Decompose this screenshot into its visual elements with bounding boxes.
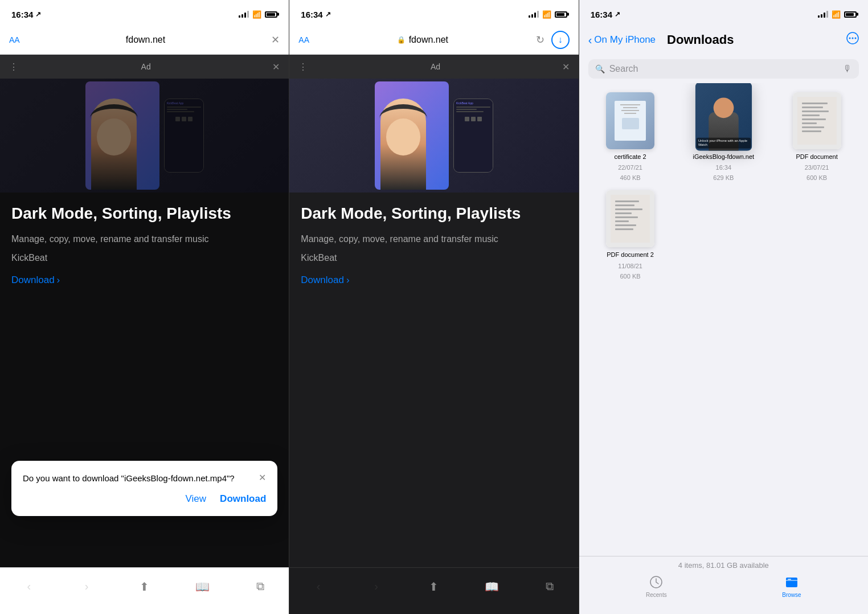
tab-recents-label: Recents: [646, 592, 667, 598]
ad-close-2[interactable]: ✕: [562, 62, 570, 72]
ad-image-2: KickBeat App: [289, 79, 578, 193]
ad-banner-1: ⋮ Ad ✕: [0, 55, 289, 79]
ad-dots-1: ⋮: [9, 62, 19, 72]
status-icons-2: 📶: [529, 10, 567, 19]
files-panel: 16:34 ↗ 📶: [579, 0, 868, 614]
search-placeholder: Search: [609, 64, 638, 74]
app-name-1: KickBeat: [11, 253, 277, 263]
files-back-button[interactable]: ‹ On My iPhone: [588, 34, 656, 47]
file-size: 600 KB: [620, 273, 640, 280]
page-title-2: Dark Mode, Sorting, Playlists: [301, 204, 567, 223]
reload-button-2[interactable]: ↻: [536, 34, 544, 46]
list-item[interactable]: Unlock your iPhone with an Apple Watch i…: [681, 84, 765, 181]
view-button[interactable]: View: [186, 493, 207, 505]
files-battery-icon: [844, 11, 857, 18]
page-subtitle-1: Manage, copy, move, rename and transfer …: [11, 232, 277, 246]
download-link-1[interactable]: Download ›: [11, 275, 277, 286]
tabs-button-1[interactable]: ⧉: [248, 574, 273, 599]
bottom-nav-2: ‹ › ⬆ 📖 ⧉: [289, 567, 578, 614]
wifi-icon-2: 📶: [542, 10, 551, 19]
tabs-button-2[interactable]: ⧉: [537, 574, 562, 599]
web-content-2: KickBeat App: [289, 79, 578, 567]
download-button[interactable]: Download: [220, 493, 266, 505]
file-date: 22/07/21: [618, 164, 642, 171]
file-name: PDF document 2: [607, 251, 654, 259]
svg-point-1: [849, 38, 850, 39]
panel-2: 16:34 ↗ 📶 AA 🔒 fdown.net: [289, 0, 579, 614]
download-dialog: Do you want to download "iGeeksBlog-fdow…: [11, 461, 277, 516]
file-size: 629 KB: [713, 174, 734, 181]
download-circle-button[interactable]: ↓: [551, 31, 570, 49]
status-time-2: 16:34 ↗: [301, 10, 330, 19]
file-date: 23/07/21: [805, 164, 829, 171]
mic-icon[interactable]: 🎙: [843, 64, 852, 74]
status-time-1: 16:34 ↗: [11, 10, 41, 19]
share-button-2[interactable]: ⬆: [421, 574, 447, 599]
file-name: iGeeksBlog-fdown.net: [693, 153, 755, 161]
list-item[interactable]: certificate 2 22/07/21 460 KB: [588, 92, 673, 181]
url-bar-2[interactable]: 🔒 fdown.net: [316, 35, 529, 45]
forward-button-2[interactable]: ›: [364, 574, 389, 599]
list-item[interactable]: PDF document 23/07/21 600 KB: [775, 92, 859, 181]
dialog-close-button[interactable]: ✕: [259, 472, 266, 483]
back-button-1[interactable]: ‹: [17, 574, 42, 599]
file-name: PDF document: [796, 153, 837, 161]
signal-icon-2: [529, 11, 539, 18]
download-link-2[interactable]: Download ›: [301, 275, 567, 286]
close-button-1[interactable]: ✕: [271, 34, 280, 46]
search-bar[interactable]: 🔍 Search 🎙: [588, 59, 859, 79]
ad-label-1: Ad: [141, 62, 151, 71]
files-nav-bar: ‹ On My iPhone Downloads: [579, 25, 868, 55]
page-content-1: Dark Mode, Sorting, Playlists Manage, co…: [0, 193, 289, 297]
file-name: certificate 2: [614, 153, 646, 161]
share-button-1[interactable]: ⬆: [132, 574, 157, 599]
files-grid: certificate 2 22/07/21 460 KB: [579, 83, 868, 556]
files-status-text: 4 items, 81.01 GB available: [588, 561, 859, 570]
list-item[interactable]: PDF document 2 11/08/21 600 KB: [588, 190, 673, 279]
files-status-bar: 16:34 ↗ 📶: [579, 0, 868, 25]
search-icon: 🔍: [595, 64, 605, 73]
file-size: 460 KB: [620, 174, 640, 181]
web-content-1: KickBeat App: [0, 79, 289, 567]
files-wifi-icon: 📶: [832, 10, 841, 19]
panel-3: 16:34 ↗ 📶: [579, 0, 868, 614]
files-status-time: 16:34 ↗: [591, 10, 620, 19]
url-text-1: fdown.net: [126, 35, 165, 45]
files-status-icons: 📶: [818, 10, 857, 19]
files-bottom: 4 items, 81.01 GB available Recents: [579, 556, 868, 614]
tab-recents[interactable]: Recents: [646, 574, 667, 598]
tab-browse[interactable]: Browse: [782, 574, 801, 598]
battery-icon-1: [265, 11, 277, 18]
bookmarks-button-1[interactable]: 📖: [190, 574, 215, 599]
url-bar-1[interactable]: fdown.net: [27, 35, 265, 45]
recents-icon: [648, 574, 664, 590]
url-text-2: fdown.net: [409, 35, 448, 45]
svg-rect-5: [786, 578, 797, 587]
ad-close-1[interactable]: ✕: [272, 62, 280, 72]
status-bar-1: 16:34 ↗ 📶: [0, 0, 289, 25]
back-button-2[interactable]: ‹: [306, 574, 331, 599]
bottom-nav-1: ‹ › ⬆ 📖 ⧉: [0, 567, 289, 614]
file-date: 16:34: [716, 164, 732, 171]
aa-label-2[interactable]: AA: [298, 35, 309, 44]
address-bar-2[interactable]: AA 🔒 fdown.net ↻ ↓: [289, 25, 578, 55]
files-signal-icon: [818, 11, 828, 18]
panel-1: 16:34 ↗ 📶 AA fdown.net: [0, 0, 289, 614]
app-name-2: KickBeat: [301, 253, 567, 263]
status-icons-1: 📶: [239, 10, 277, 19]
svg-point-3: [854, 38, 856, 39]
browse-icon: [784, 574, 800, 590]
tab-browse-label: Browse: [782, 592, 801, 598]
status-bar-2: 16:34 ↗ 📶: [289, 0, 578, 25]
files-bottom-tabs: Recents Browse: [588, 574, 859, 598]
aa-label-1[interactable]: AA: [9, 35, 20, 44]
wifi-icon-1: 📶: [252, 10, 261, 19]
more-button[interactable]: [846, 32, 859, 48]
bookmarks-button-2[interactable]: 📖: [479, 574, 504, 599]
files-nav-title: Downloads: [667, 32, 734, 47]
forward-button-1[interactable]: ›: [74, 574, 99, 599]
file-thumbnail: [606, 190, 654, 247]
address-bar-1[interactable]: AA fdown.net ✕: [0, 25, 289, 55]
svg-point-2: [851, 38, 853, 39]
ad-banner-2: ⋮ Ad ✕: [289, 55, 578, 79]
